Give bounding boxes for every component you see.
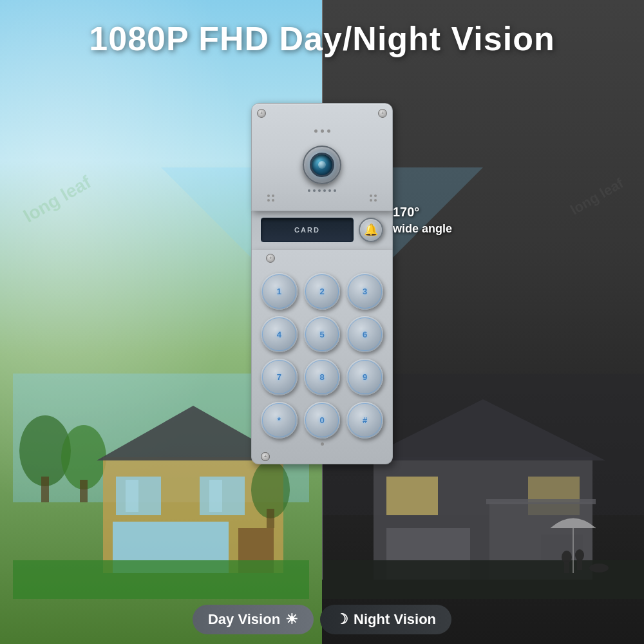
- camera-section: [251, 103, 393, 211]
- camera-lens: [310, 153, 334, 177]
- svg-rect-24: [486, 499, 596, 504]
- svg-rect-4: [80, 480, 88, 502]
- bell-button[interactable]: 🔔: [359, 218, 383, 242]
- svg-rect-13: [13, 560, 309, 599]
- moon-icon: ☽: [336, 611, 348, 628]
- svg-rect-15: [267, 509, 274, 528]
- camera-housing: [303, 146, 341, 184]
- card-reader[interactable]: CARD: [261, 218, 354, 242]
- keypad-section: 123456789*0#: [251, 250, 393, 464]
- sun-icon: ☀: [285, 611, 298, 628]
- bottom-labels: Day Vision ☀ ☽ Night Vision: [161, 605, 483, 634]
- key-1[interactable]: 1: [261, 273, 298, 310]
- svg-point-28: [575, 549, 584, 561]
- svg-rect-2: [41, 477, 49, 502]
- bell-icon: 🔔: [364, 223, 378, 237]
- night-label-text: Night Vision: [354, 611, 436, 628]
- key-4[interactable]: 4: [261, 316, 298, 353]
- key-6[interactable]: 6: [346, 316, 383, 353]
- screw-top-right: [378, 109, 387, 118]
- angle-annotation: 170° wide angle: [393, 203, 644, 237]
- device-panel: CARD 🔔 123456789*0#: [251, 103, 393, 464]
- svg-rect-19: [386, 477, 438, 515]
- screw-keypad-br: [261, 452, 270, 461]
- key-#[interactable]: #: [346, 402, 383, 439]
- keypad-grid: 123456789*0#: [261, 273, 383, 439]
- key-*[interactable]: *: [261, 402, 298, 439]
- key-2[interactable]: 2: [304, 273, 341, 310]
- key-7[interactable]: 7: [261, 359, 298, 395]
- speaker-grille: [261, 189, 383, 192]
- day-label-text: Day Vision: [208, 611, 280, 628]
- key-3[interactable]: 3: [346, 273, 383, 310]
- ir-dots-right: [370, 194, 377, 202]
- night-vision-pill: ☽ Night Vision: [320, 605, 451, 634]
- key-9[interactable]: 9: [346, 359, 383, 395]
- svg-rect-8: [126, 480, 138, 512]
- status-indicator: [321, 442, 324, 446]
- screw-bottom-left: [266, 254, 275, 263]
- key-5[interactable]: 5: [304, 316, 341, 353]
- svg-rect-27: [564, 562, 569, 573]
- svg-rect-10: [209, 480, 222, 512]
- middle-section: CARD 🔔: [251, 211, 393, 250]
- ir-dots-left: [267, 194, 274, 202]
- svg-point-30: [589, 564, 609, 573]
- svg-rect-29: [577, 560, 582, 570]
- key-8[interactable]: 8: [304, 359, 341, 395]
- day-vision-pill: Day Vision ☀: [193, 605, 314, 634]
- card-label: CARD: [294, 226, 320, 234]
- card-bell-row: CARD 🔔: [261, 218, 383, 242]
- screw-top-left: [257, 109, 266, 118]
- key-0[interactable]: 0: [304, 402, 341, 439]
- ir-dots-top: [261, 129, 383, 133]
